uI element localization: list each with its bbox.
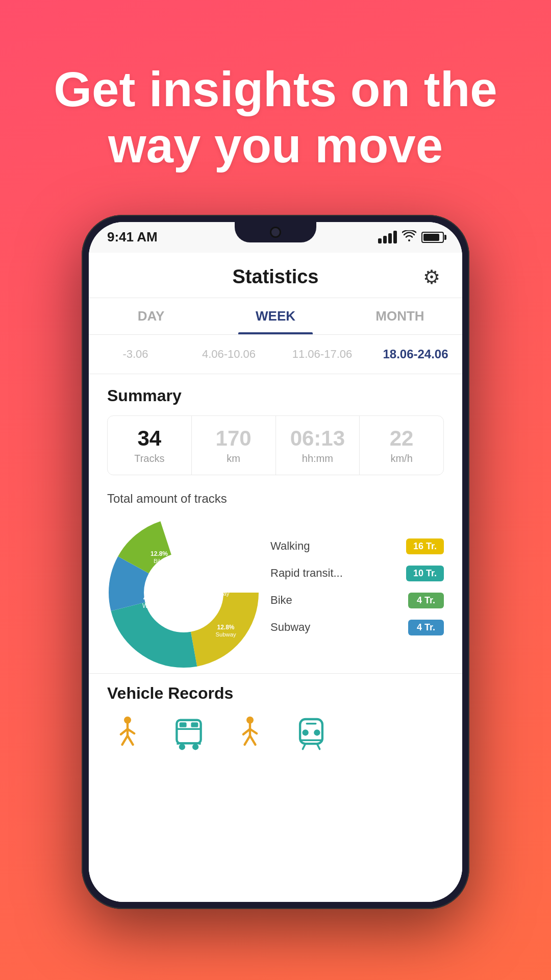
svg-point-28 [314,729,320,736]
summary-section: Summary 34 Tracks 170 km 06:13 hh:mm [89,374,462,483]
stat-speed: 22 km/h [360,416,443,475]
donut-center [148,557,219,628]
settings-button[interactable]: ⚙ [419,265,444,289]
app-header: Statistics ⚙ [89,253,462,298]
donut-label-walking: 48.7% [143,594,163,602]
svg-line-25 [250,736,256,745]
legend-bike: Bike 4 Tr. [270,593,444,608]
date-item-3[interactable]: 18.06-24.06 [369,343,462,365]
legend-rapid: Rapid transit... 10 Tr. [270,566,444,581]
legend-bike-badge: 4 Tr. [408,593,444,608]
legend-subway: Subway 4 Tr. [270,620,444,635]
stat-time-label: hh:mm [281,453,355,464]
stat-time-value: 06:13 [281,426,355,451]
stat-km-value: 170 [197,426,270,451]
vehicle-icon-subway [291,713,332,754]
stat-speed-value: 22 [365,426,438,451]
tab-bar: DAY WEEK MONTH [89,298,462,335]
vehicle-icon-walking-2 [230,713,270,754]
chart-legend: Walking 16 Tr. Rapid transit... 10 Tr. B… [270,538,444,647]
stat-tracks-label: Tracks [113,453,186,464]
donut-label-bike: 12.8% [151,550,168,557]
legend-walking-badge: 16 Tr. [406,538,444,554]
page-title: Statistics [233,266,319,288]
svg-text:railway: railway [211,591,229,597]
stat-tracks-value: 34 [113,426,186,451]
date-navigation: -3.06 4.06-10.06 11.06-17.06 18.06-24.06 [89,335,462,374]
hero-section: Get insights on the way you move [0,0,551,215]
tracks-content: 48.7% Walking 25.6% Rapid railway 12.8% … [107,516,444,669]
svg-rect-13 [180,722,187,727]
legend-walking-label: Walking [270,540,406,553]
svg-text:Rapid: Rapid [213,583,228,590]
app-content: Statistics ⚙ DAY WEEK MONTH [89,253,462,902]
vehicle-section: Vehicle Records [89,673,462,754]
vehicle-icon-walking [107,713,148,754]
legend-walking: Walking 16 Tr. [270,538,444,554]
tracks-section-title: Total amount of tracks [107,492,444,506]
battery-icon [421,232,444,243]
svg-line-9 [122,736,128,745]
date-item-1[interactable]: 4.06-10.06 [182,344,276,365]
svg-text:Subway: Subway [215,631,236,637]
svg-line-24 [245,736,251,745]
svg-text:Bike: Bike [154,557,165,564]
signal-icon [378,231,397,243]
stat-km-label: km [197,453,270,464]
legend-rapid-badge: 10 Tr. [406,566,444,581]
stat-speed-label: km/h [365,453,438,464]
phone-body: 9:41 AM [82,215,469,909]
stat-km: 170 km [192,416,276,475]
svg-point-27 [303,729,309,736]
vehicle-icons [107,713,444,754]
status-time: 9:41 AM [107,229,158,245]
legend-rapid-label: Rapid transit... [270,567,406,580]
summary-title: Summary [107,386,444,405]
tracks-section: Total amount of tracks [89,483,462,669]
date-item-2[interactable]: 11.06-17.06 [276,344,369,365]
svg-point-15 [179,744,185,750]
legend-bike-label: Bike [270,594,408,607]
camera [270,227,281,238]
status-icons [378,230,444,244]
svg-rect-14 [191,722,198,727]
donut-chart: 48.7% Walking 25.6% Rapid railway 12.8% … [107,516,260,669]
tab-month[interactable]: MONTH [338,298,462,334]
legend-subway-badge: 4 Tr. [408,620,444,635]
donut-label-subway: 12.8% [217,624,234,631]
stat-time: 06:13 hh:mm [276,416,360,475]
svg-line-30 [303,744,305,749]
date-item-0[interactable]: -3.06 [89,344,182,365]
svg-point-16 [192,744,198,750]
tab-day[interactable]: DAY [89,298,213,334]
notch [235,222,316,242]
svg-line-31 [317,744,319,749]
phone-screen: 9:41 AM [89,222,462,902]
summary-stats: 34 Tracks 170 km 06:13 hh:mm 22 [107,415,444,475]
svg-line-10 [128,736,133,745]
vehicle-icon-transit [168,713,209,754]
legend-subway-label: Subway [270,621,408,634]
svg-text:Walking: Walking [142,602,164,609]
gear-icon: ⚙ [423,266,440,288]
hero-title: Get insights on the way you move [31,61,520,174]
wifi-icon [402,230,416,244]
donut-label-rapid: 25.6% [212,575,229,582]
donut-svg: 48.7% Walking 25.6% Rapid railway 12.8% … [107,516,260,669]
vehicle-title: Vehicle Records [107,684,444,703]
tab-week[interactable]: WEEK [213,298,338,334]
phone-frame: 9:41 AM [0,215,551,909]
stat-tracks: 34 Tracks [108,416,192,475]
